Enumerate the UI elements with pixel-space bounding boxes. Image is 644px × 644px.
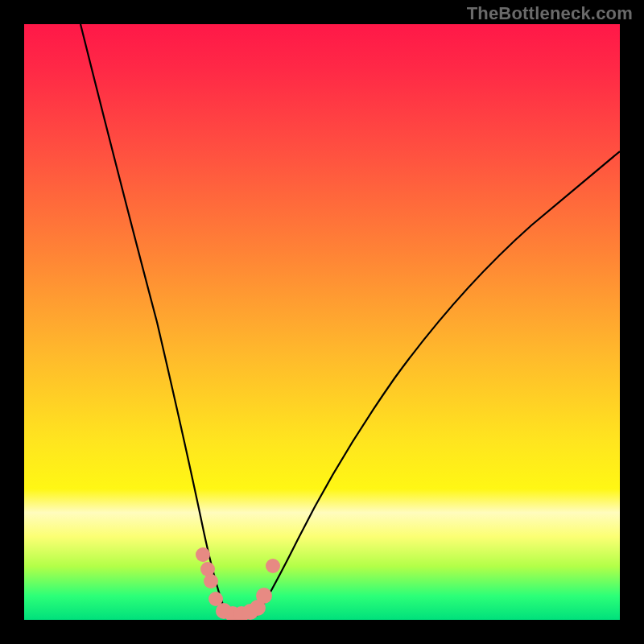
marker-dot [256,588,272,604]
curve-left-branch [80,24,227,616]
marker-dot [196,547,210,562]
marker-dot [266,559,280,573]
trough-marker-group [196,547,280,620]
chart-canvas: TheBottleneck.com [0,0,644,644]
curve-right-branch [257,151,620,616]
marker-dot [204,574,218,588]
watermark-text: TheBottleneck.com [467,3,633,24]
bottleneck-curve-svg [24,24,620,620]
